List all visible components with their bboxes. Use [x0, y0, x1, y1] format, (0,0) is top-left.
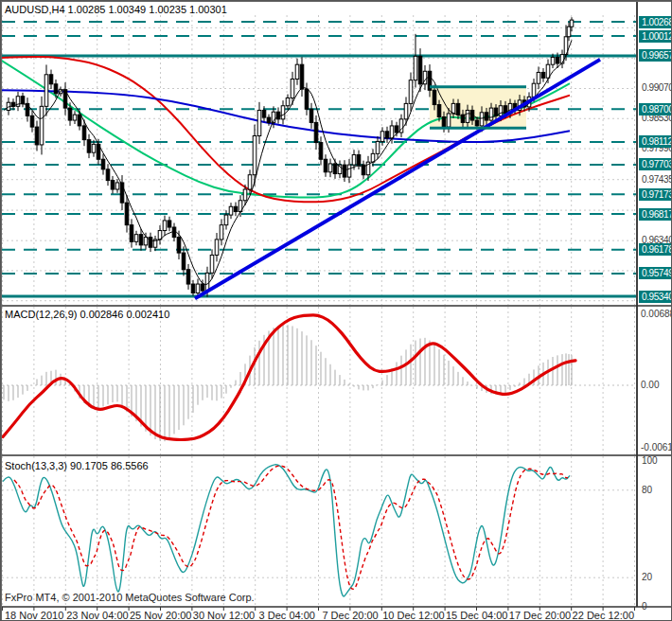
macd-panel[interactable] [1, 306, 637, 455]
mt4-chart-window: AUDUSD,H4 1.00285 1.00349 1.00235 1.0030… [0, 0, 672, 621]
stoch-panel[interactable] [1, 455, 637, 607]
time-axis[interactable] [1, 607, 672, 621]
price-axis[interactable] [637, 1, 672, 607]
main-chart-panel[interactable] [1, 1, 637, 306]
